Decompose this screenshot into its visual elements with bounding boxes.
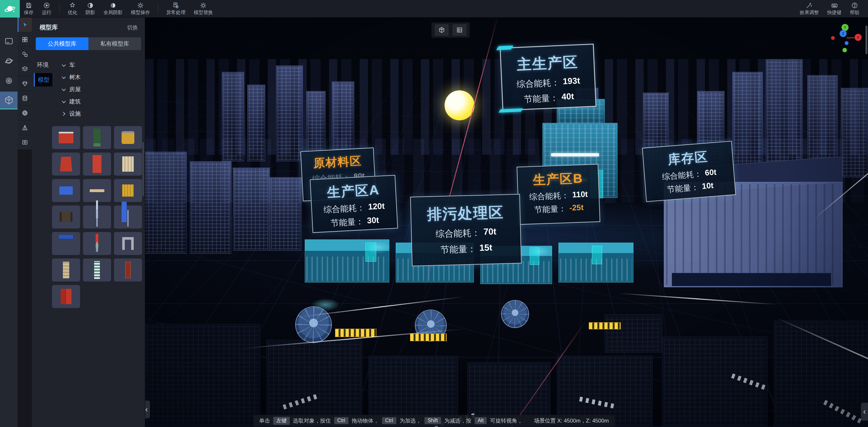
tree-label: 车 (69, 61, 75, 69)
select-cursor-button[interactable] (18, 18, 32, 32)
model-replace-icon (200, 2, 207, 9)
loading-dock (672, 273, 831, 286)
target-icon (4, 76, 14, 86)
exception-handling-button[interactable]: 异常处理 (162, 0, 190, 18)
model-operation-button[interactable]: 模型操作 (127, 0, 154, 18)
database-button[interactable] (18, 91, 32, 105)
stats-grid-button[interactable] (453, 24, 467, 36)
model-thumbnail[interactable] (52, 285, 80, 308)
axis-gizmo[interactable]: X Y Z (828, 23, 866, 59)
energy-label: 综合能耗： (436, 227, 480, 240)
gem-button[interactable] (18, 76, 32, 91)
model-thumbnail-image (60, 212, 72, 222)
model-thumbnail-image (122, 237, 134, 250)
neg-x-ball[interactable] (831, 36, 835, 40)
tree-item-facilities[interactable]: 设施 (62, 108, 145, 120)
app-logo[interactable] (0, 0, 20, 18)
help-button[interactable]: 帮助 (846, 0, 864, 18)
grid-blocks-button[interactable] (18, 32, 32, 47)
z-axis-label: Z (842, 32, 844, 35)
model-thumbnail-image (59, 235, 73, 252)
sphere-icon (22, 110, 28, 116)
saving-label: 节能量： (440, 243, 476, 256)
model-thumbnail[interactable] (83, 258, 111, 281)
optimize-button[interactable]: 优化 (63, 0, 82, 18)
neg-y-ball[interactable] (842, 48, 847, 52)
model-tree: 车 树木 房屋 建筑 设施 (52, 59, 145, 120)
model-thumbnail[interactable] (52, 258, 80, 281)
category-environment[interactable]: 环境 (34, 59, 52, 70)
sphere-button[interactable] (18, 105, 32, 120)
model-cube-button[interactable] (0, 92, 18, 110)
toolbar-label: 全局阴影 (103, 9, 123, 16)
tower-light-band (551, 153, 599, 156)
model-thumbnail[interactable] (83, 179, 111, 202)
model-thumbnail[interactable] (83, 126, 111, 149)
prism-button[interactable] (18, 120, 32, 135)
building (190, 161, 231, 254)
zone-card-inventory[interactable]: 库存区 综合能耗：60t 节能量：10t (642, 141, 736, 202)
toolbar-label: 效果调整 (800, 9, 819, 16)
model-thumbnail[interactable] (114, 126, 142, 149)
3d-viewport[interactable]: 主生产区 综合能耗：193t 节能量：40t 原材料区 综合能耗：80t 节能量… (145, 18, 868, 427)
panel-scrollbar[interactable] (142, 142, 144, 196)
category-model[interactable]: 模型 (34, 73, 52, 87)
app-window: { "toolbar": { "items": [ {"label":"保存",… (0, 0, 868, 427)
shadow-button[interactable]: 阴影 (82, 0, 99, 18)
effects-adjust-button[interactable]: 效果调整 (796, 0, 823, 18)
model-thumbnail[interactable] (83, 206, 111, 228)
run-button[interactable]: 运行 (38, 0, 56, 18)
card-accent (496, 45, 514, 50)
hint-text: 拖动物体， (352, 417, 379, 424)
tree-item-car[interactable]: 车 (62, 59, 145, 71)
model-thumbnail[interactable] (114, 232, 142, 255)
saving-value: 40t (561, 92, 575, 104)
model-thumbnail[interactable] (52, 126, 80, 149)
media-button[interactable] (18, 135, 32, 149)
zone-card-production-a[interactable]: 生产区A 综合能耗：120t 节能量：30t (310, 175, 398, 233)
chevron-right-icon (61, 112, 65, 116)
x-axis-label: X (857, 36, 859, 39)
saving-label: 节能量： (666, 182, 699, 195)
database-icon (22, 95, 28, 101)
global-shadow-button[interactable]: 全局阴影 (99, 0, 127, 18)
tree-item-trees[interactable]: 树木 (62, 71, 145, 83)
shapes-button[interactable] (18, 47, 32, 61)
zone-card-production-b[interactable]: 生产区B 综合能耗：110t 节能量：-25t (517, 164, 600, 225)
shortcut-keys-button[interactable]: 快捷键 (823, 0, 846, 18)
cube-mode-button[interactable] (435, 24, 449, 36)
window-scrollbar[interactable] (865, 26, 867, 54)
model-thumbnail-image (63, 262, 69, 278)
scene-window-button[interactable] (0, 32, 18, 50)
model-thumbnail[interactable] (52, 206, 80, 228)
model-thumbnail[interactable] (83, 153, 111, 176)
status-bar: 单击 左键 选取对象，按住 Ctrl 拖动物体， Ctrl 为加选， Shift… (253, 415, 615, 426)
zone-card-main-production[interactable]: 主生产区 综合能耗：193t 节能量：40t (500, 44, 596, 111)
model-thumbnail[interactable] (114, 258, 142, 281)
tree-item-buildings[interactable]: 建筑 (62, 95, 145, 108)
zone-card-sewage-treatment[interactable]: 排污处理区 综合能耗：70t 节能量：15t (410, 194, 522, 267)
layers-button[interactable] (18, 62, 32, 76)
planet-button[interactable] (0, 52, 18, 70)
tree-item-houses[interactable]: 房屋 (62, 83, 145, 95)
model-replace-button[interactable]: 模型替换 (190, 0, 217, 18)
model-thumbnail[interactable] (52, 179, 80, 202)
open-right-panel-button[interactable]: ‹ (861, 403, 868, 421)
model-thumbnail[interactable] (114, 206, 142, 228)
neg-z-ball[interactable] (845, 41, 848, 45)
toolbar-label: 帮助 (850, 9, 859, 16)
model-thumbnail[interactable] (83, 232, 111, 255)
tab-private-library[interactable]: 私有模型库 (88, 37, 141, 50)
library-switch-link[interactable]: 切换 (127, 24, 138, 31)
model-thumbnail[interactable] (114, 153, 142, 176)
tab-public-library[interactable]: 公共模型库 (36, 37, 88, 50)
model-thumbnail[interactable] (114, 179, 142, 202)
target-button[interactable] (0, 72, 18, 90)
model-thumbnail[interactable] (52, 232, 80, 255)
model-thumbnail-image (122, 156, 134, 172)
zone-name: 原材料区 (313, 153, 362, 172)
save-button[interactable]: 保存 (20, 0, 38, 18)
hint-text: 单击 (259, 417, 270, 424)
hint-text: 为减选，按 (444, 417, 471, 424)
model-thumbnail[interactable] (52, 153, 80, 176)
